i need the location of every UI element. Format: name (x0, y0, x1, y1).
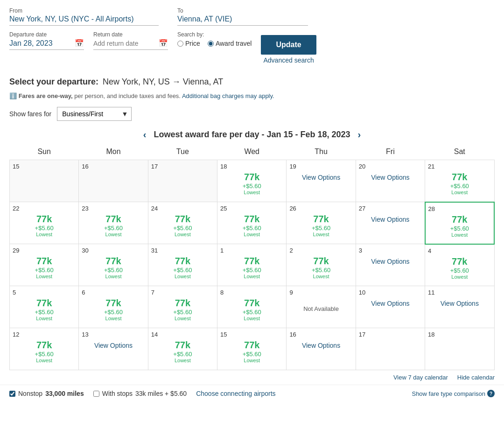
bag-charges-link[interactable]: Additional bag charges may apply. (182, 92, 274, 99)
view-7day-link[interactable]: View 7 day calendar (393, 374, 448, 381)
fares-info: ℹ️ Fares are one-way, per person, and in… (0, 90, 504, 102)
calendar-cell-21[interactable]: 21 77k +$5.60 Lowest (425, 160, 494, 202)
with-stops-checkbox[interactable] (93, 391, 99, 397)
calendar-cell-feb8[interactable]: 8 77k +$5.60 Lowest (217, 286, 287, 328)
calendar-cell-feb7[interactable]: 7 77k +$5.60 Lowest (148, 286, 217, 328)
calendar-cell-27[interactable]: 27 View Options (356, 202, 425, 244)
update-button[interactable]: Update (261, 35, 316, 55)
fares-bold: Fares are one-way, (19, 92, 73, 99)
day-tue: Tue (148, 144, 217, 160)
award-label: Award travel (216, 40, 252, 48)
show-fares-label: Show fares for (9, 110, 51, 118)
calendar-cell-feb11[interactable]: 11 View Options (425, 286, 494, 328)
calendar-row: 22 77k +$5.60 Lowest 23 77k +$5.60 Lowes… (10, 202, 495, 244)
calendar-cell-29[interactable]: 29 77k +$5.60 Lowest (10, 244, 79, 286)
from-value[interactable]: New York, NY, US (NYC - All Airports) (9, 15, 159, 26)
day-mon: Mon (79, 144, 148, 160)
calendar-prev-arrow[interactable]: ‹ (143, 129, 147, 140)
calendar-cell-30[interactable]: 30 77k +$5.60 Lowest (79, 244, 148, 286)
day-sun: Sun (10, 144, 79, 160)
calendar-cell-22[interactable]: 22 77k +$5.60 Lowest (10, 202, 79, 244)
calendar-cell-feb1[interactable]: 1 77k +$5.60 Lowest (217, 244, 287, 286)
select-departure-heading: Select your departure: New York, NY, US … (0, 72, 504, 90)
calendar-cell-feb13[interactable]: 13 View Options (79, 328, 148, 370)
search-by-label: Search by: (177, 31, 252, 38)
fares-text: per person, and include taxes and fees. (73, 92, 181, 99)
return-calendar-icon[interactable]: 📅 (159, 39, 168, 48)
price-label: Price (185, 40, 200, 47)
to-label: To (177, 7, 308, 14)
calendar-cell-feb4[interactable]: 4 77k +$5.60 Lowest (425, 244, 494, 286)
with-stops-miles: 33k miles + $5.60 (135, 390, 187, 397)
calendar-row: 5 77k +$5.60 Lowest 6 77k +$5.60 Lowest … (10, 286, 495, 328)
calendar-cell-feb14[interactable]: 14 77k +$5.60 Lowest (148, 328, 217, 370)
award-radio[interactable] (208, 41, 214, 47)
calendar-cell-feb9: 9 Not Available (287, 286, 356, 328)
day-sat: Sat (425, 144, 494, 160)
calendar-cell-feb12[interactable]: 12 77k +$5.60 Lowest (10, 328, 79, 370)
calendar-cell-26[interactable]: 26 77k +$5.60 Lowest (287, 202, 356, 244)
calendar-cell-feb17: 17 (356, 328, 425, 370)
connecting-airports-link[interactable]: Choose connecting airports (196, 390, 275, 397)
calendar-cell-feb3[interactable]: 3 View Options (356, 244, 425, 286)
calendar-cell-25[interactable]: 25 77k +$5.60 Lowest (217, 202, 287, 244)
to-value[interactable]: Vienna, AT (VIE) (177, 15, 308, 26)
calendar-cell-31[interactable]: 31 77k +$5.60 Lowest (148, 244, 217, 286)
calendar-cell-18[interactable]: 18 77k +$5.60 Lowest (217, 160, 287, 202)
departure-date-value: Jan 28, 2023 (9, 39, 75, 48)
nonstop-miles: 33,000 miles (45, 390, 84, 397)
calendar-cell-20[interactable]: 20 View Options (356, 160, 425, 202)
calendar-cell-23[interactable]: 23 77k +$5.60 Lowest (79, 202, 148, 244)
price-radio[interactable] (177, 41, 183, 47)
calendar-cell-24[interactable]: 24 77k +$5.60 Lowest (148, 202, 217, 244)
advanced-search-link[interactable]: Advanced search (263, 56, 314, 64)
fare-comparison-info-icon: ? (487, 390, 495, 397)
day-fri: Fri (356, 144, 425, 160)
cabin-select[interactable]: Economy Business/First (57, 107, 132, 121)
nonstop-label: Nonstop (18, 390, 42, 397)
calendar-cell-feb6[interactable]: 6 77k +$5.60 Lowest (79, 286, 148, 328)
departure-calendar-icon[interactable]: 📅 (75, 39, 84, 48)
nonstop-checkbox[interactable] (9, 391, 15, 397)
calendar-row: 12 77k +$5.60 Lowest 13 View Options 14 … (10, 328, 495, 370)
calendar-row: 29 77k +$5.60 Lowest 30 77k +$5.60 Lowes… (10, 244, 495, 286)
return-date-placeholder: Add return date (93, 40, 159, 47)
calendar-cell-19[interactable]: 19 View Options (287, 160, 356, 202)
calendar-cell-feb2[interactable]: 2 77k +$5.60 Lowest (287, 244, 356, 286)
from-label: From (9, 7, 159, 14)
hide-calendar-link[interactable]: Hide calendar (457, 374, 495, 381)
calendar-cell-16: 16 (79, 160, 148, 202)
calendar-cell-feb16[interactable]: 16 View Options (287, 328, 356, 370)
calendar-cell-feb18: 18 (425, 328, 494, 370)
calendar-cell-17: 17 (148, 160, 217, 202)
price-radio-option[interactable]: Price (177, 40, 200, 47)
return-date-field[interactable]: Add return date 📅 (93, 39, 168, 50)
day-thu: Thu (287, 144, 356, 160)
fare-comparison-link[interactable]: Show fare type comparison ? (412, 390, 495, 397)
calendar-table: Sun Mon Tue Wed Thu Fri Sat 15 16 17 (9, 144, 495, 370)
calendar-row: 15 16 17 18 77k +$5.60 Lowest 19 View Op… (10, 160, 495, 202)
calendar-cell-28-selected[interactable]: 28 77k +$5.60 Lowest (425, 202, 494, 244)
return-label: Return date (93, 31, 168, 38)
departure-date-field[interactable]: Jan 28, 2023 📅 (9, 39, 84, 50)
calendar-cell-feb10[interactable]: 10 View Options (356, 286, 425, 328)
calendar-cell-15: 15 (10, 160, 79, 202)
calendar-cell-feb5[interactable]: 5 77k +$5.60 Lowest (10, 286, 79, 328)
calendar-next-arrow[interactable]: › (358, 129, 361, 140)
departure-label: Departure date (9, 31, 84, 38)
calendar-cell-feb15[interactable]: 15 77k +$5.60 Lowest (217, 328, 287, 370)
day-wed: Wed (217, 144, 287, 160)
with-stops-label: With stops (102, 390, 133, 397)
calendar-title: Lowest award fare per day - Jan 15 - Feb… (154, 130, 350, 140)
award-radio-option[interactable]: Award travel (208, 40, 252, 48)
